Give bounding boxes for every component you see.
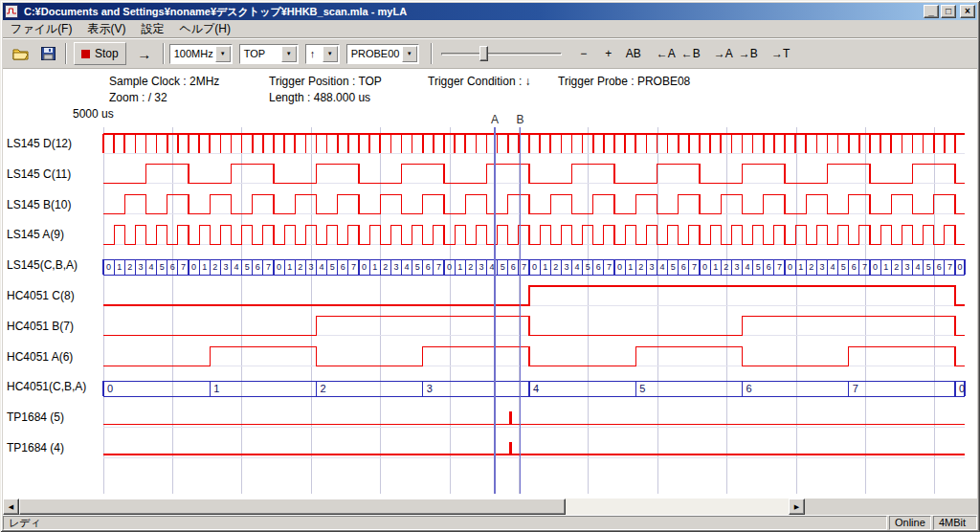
- app-window: 0123456701234567012345670123456701234567…: [0, 0, 980, 532]
- save-button[interactable]: [35, 42, 60, 65]
- channel-label: HC4051(C,B,A): [7, 380, 101, 395]
- trigger-edge-combo[interactable]: ↑ ▼: [305, 44, 340, 64]
- scrollbar-track[interactable]: [566, 499, 789, 515]
- length-info: Length : 488.000 us: [269, 91, 370, 104]
- goto-a-backward-button[interactable]: ←A: [654, 42, 679, 65]
- stop-button[interactable]: Stop: [74, 42, 126, 65]
- time-division-label: 5000 us: [73, 107, 114, 121]
- trigger-probe-info: Trigger Probe : PROBE08: [558, 75, 690, 88]
- save-icon: [41, 47, 56, 60]
- goto-b-forward-button[interactable]: →B: [736, 42, 761, 65]
- goto-b-backward-button[interactable]: ←B: [679, 42, 703, 65]
- minimize-button[interactable]: _: [924, 5, 939, 18]
- scroll-right-button[interactable]: ▶: [789, 499, 805, 515]
- chevron-down-icon[interactable]: ▼: [323, 46, 338, 62]
- window-title: C:¥Documents and Settings¥noname¥デスクトップ¥…: [24, 5, 922, 19]
- chevron-down-icon[interactable]: ▼: [215, 46, 231, 62]
- menubar: ファイル(F) 表示(V) 設定 ヘルプ(H): [3, 20, 977, 38]
- statusbar: レディ Online 4MBit: [3, 515, 977, 529]
- close-icon: ×: [965, 7, 970, 16]
- status-memory: 4MBit: [933, 516, 977, 530]
- stop-icon: [81, 50, 90, 58]
- channel-label: HC4051 A(6): [7, 350, 101, 366]
- trigger-position-info: Trigger Position : TOP: [269, 75, 382, 88]
- close-button[interactable]: ×: [960, 5, 975, 18]
- zoom-slider[interactable]: [439, 42, 564, 65]
- channel-label: LS145 B(10): [7, 198, 101, 213]
- app-icon: [5, 5, 20, 18]
- open-button[interactable]: [9, 42, 33, 65]
- sample-clock-info: Sample Clock : 2MHz: [109, 75, 219, 88]
- window-controls: _ □ ×: [922, 5, 975, 18]
- scrollbar-thumb[interactable]: [19, 499, 566, 515]
- menu-view[interactable]: 表示(V): [79, 19, 133, 39]
- sample-clock-combo[interactable]: 100MHz ▼: [169, 44, 233, 64]
- scroll-right-icon: ▶: [794, 503, 799, 511]
- channel-label: LS145 C(11): [7, 167, 101, 183]
- channel-label: HC4051 B(7): [7, 320, 101, 335]
- scroll-left-button[interactable]: ◀: [3, 499, 19, 515]
- status-ready: レディ: [3, 516, 887, 530]
- titlebar[interactable]: C:¥Documents and Settings¥noname¥デスクトップ¥…: [3, 3, 977, 20]
- channel-label: LS145(C,B,A): [7, 258, 101, 274]
- trigger-edge-value: ↑: [306, 48, 322, 59]
- maximize-button[interactable]: □: [941, 5, 956, 18]
- trigger-probe-combo[interactable]: PROBE00 ▼: [346, 44, 419, 64]
- zoom-slider-track: [441, 53, 562, 55]
- minimize-icon: _: [928, 7, 934, 16]
- channel-label: TP1684 (4): [7, 441, 101, 456]
- open-folder-icon: [12, 47, 30, 60]
- ab-cursor-button[interactable]: AB: [621, 42, 646, 65]
- channel-label: LS145 A(9): [7, 228, 101, 243]
- toolbar-separator: [431, 43, 433, 64]
- chevron-down-icon[interactable]: ▼: [402, 46, 417, 62]
- chevron-down-icon[interactable]: ▼: [281, 46, 297, 62]
- waveform-area: [3, 69, 977, 499]
- goto-a-forward-button[interactable]: →A: [711, 42, 736, 65]
- zoom-out-button[interactable]: −: [571, 42, 596, 65]
- status-online: Online: [889, 516, 931, 530]
- channel-label: TP1684 (5): [7, 410, 101, 426]
- trigger-condition-info: Trigger Condition : ↓: [428, 75, 531, 88]
- zoom-slider-thumb[interactable]: [479, 46, 488, 61]
- channel-label: LS145 D(12): [7, 137, 101, 152]
- maximize-icon: □: [946, 7, 951, 16]
- toolbar-separator: [65, 43, 67, 64]
- sample-clock-value: 100MHz: [170, 48, 214, 59]
- horizontal-scrollbar[interactable]: ◀ ▶: [3, 499, 805, 515]
- scroll-left-icon: ◀: [9, 503, 13, 511]
- menu-settings[interactable]: 設定: [133, 19, 171, 39]
- channel-label: HC4051 C(8): [7, 289, 101, 304]
- trigger-position-combo[interactable]: TOP ▼: [239, 44, 299, 64]
- menu-file[interactable]: ファイル(F): [3, 19, 79, 39]
- menu-help[interactable]: ヘルプ(H): [171, 19, 238, 39]
- stop-label: Stop: [95, 47, 119, 60]
- zoom-in-button[interactable]: +: [596, 42, 621, 65]
- trigger-position-value: TOP: [240, 48, 280, 59]
- zoom-info: Zoom : / 32: [109, 91, 167, 104]
- run-button[interactable]: →: [131, 42, 158, 65]
- goto-trigger-button[interactable]: →T: [768, 42, 793, 65]
- toolbar: Stop → 100MHz ▼ TOP ▼ ↑ ▼ PROBE00 ▼ − + …: [3, 38, 977, 69]
- toolbar-separator: [163, 43, 165, 64]
- trigger-probe-value: PROBE00: [347, 48, 401, 59]
